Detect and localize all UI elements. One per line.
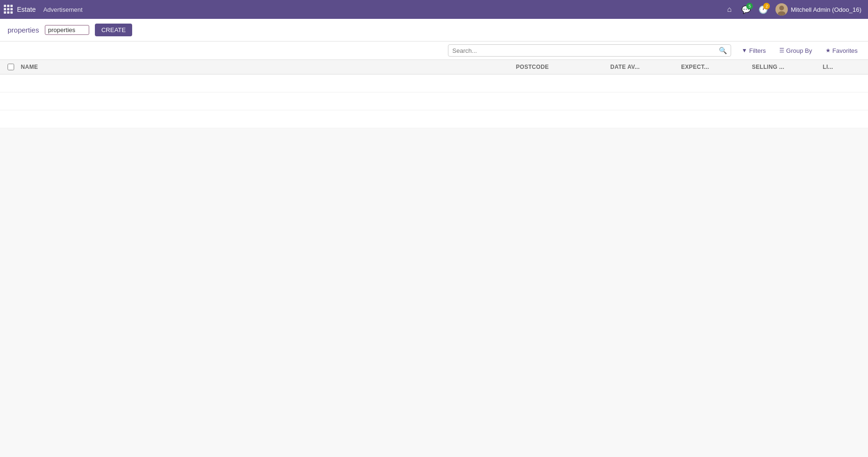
filters-button[interactable]: ▼ Filters (739, 45, 768, 56)
search-icon[interactable]: 🔍 (719, 47, 727, 54)
search-container: 🔍 (448, 44, 731, 57)
favorites-button[interactable]: ★ Favorites (823, 45, 860, 56)
home-button[interactable]: ⌂ (722, 2, 737, 17)
app-name[interactable]: Estate (17, 6, 36, 13)
nav-left: Estate Advertisement (4, 4, 86, 15)
search-input[interactable] (452, 47, 719, 54)
star-icon: ★ (826, 47, 831, 54)
user-menu-button[interactable]: Mitchell Admin (Odoo_16) (773, 1, 864, 17)
col-header-postcode: Postcode (516, 64, 610, 70)
col-header-expect: Expect... (681, 64, 752, 70)
avatar (775, 3, 788, 16)
chat-badge: 5 (746, 3, 753, 9)
page-title: properties (8, 26, 39, 34)
chat-button[interactable]: 💬 5 (739, 2, 754, 17)
breadcrumb-input-wrapper (45, 25, 89, 35)
apps-grid-icon[interactable] (4, 5, 13, 14)
nav-menu-advertisement[interactable]: Advertisement (40, 4, 86, 15)
filter-icon: ▼ (742, 47, 747, 54)
col-header-selling: Selling ... (752, 64, 823, 70)
nav-right: ⌂ 💬 5 🕐 2 Mitchell Admin (Odoo_16) (722, 1, 864, 17)
table-header: Name Postcode Date Av... Expect... Selli… (0, 60, 868, 75)
empty-row (0, 92, 868, 110)
col-header-date-av: Date Av... (610, 64, 681, 70)
svg-point-1 (779, 6, 784, 10)
groupby-button[interactable]: ☰ Group By (776, 45, 815, 56)
user-name: Mitchell Admin (Odoo_16) (791, 6, 861, 13)
col-header-li: Li... (823, 64, 860, 70)
filters-label: Filters (749, 47, 766, 54)
create-button[interactable]: CREATE (95, 24, 133, 36)
filter-controls: ▼ Filters ☰ Group By ★ Favorites (739, 45, 860, 56)
home-icon: ⌂ (727, 5, 732, 14)
empty-row (0, 110, 868, 128)
breadcrumb-input[interactable] (48, 26, 86, 33)
empty-row (0, 75, 868, 92)
favorites-label: Favorites (833, 47, 858, 54)
top-navigation: Estate Advertisement ⌂ 💬 5 🕐 2 Mitchell … (0, 0, 868, 19)
groupby-icon: ☰ (779, 47, 784, 54)
table-container: Name Postcode Date Av... Expect... Selli… (0, 60, 868, 128)
clock-badge: 2 (763, 3, 770, 9)
select-all-checkbox[interactable] (8, 64, 14, 70)
search-filter-row: 🔍 ▼ Filters ☰ Group By ★ Favorites (0, 42, 868, 60)
clock-button[interactable]: 🕐 2 (756, 2, 771, 17)
page-header: properties CREATE (0, 19, 868, 42)
select-all-cell (8, 64, 21, 70)
groupby-label: Group By (786, 47, 812, 54)
col-header-name: Name (21, 64, 516, 70)
